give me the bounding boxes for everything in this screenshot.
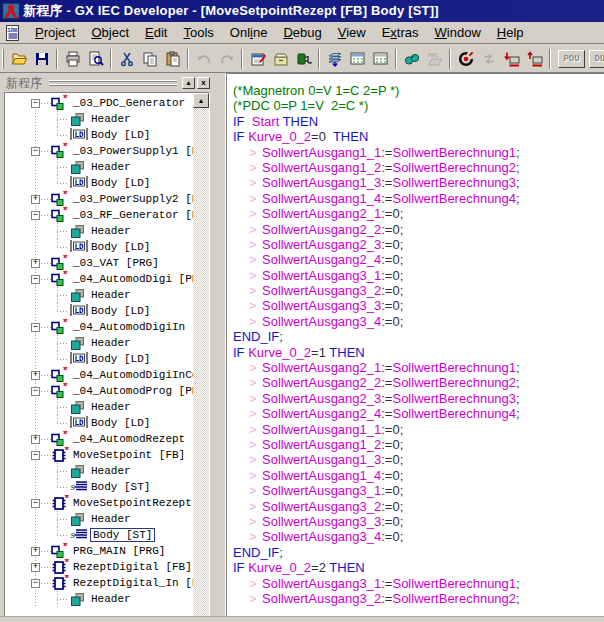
menu-help[interactable]: Help: [489, 23, 532, 42]
dock-minimize-button[interactable]: ▴: [182, 77, 195, 89]
tree-row-label[interactable]: Header: [91, 401, 131, 413]
dock-panel-header[interactable]: 新程序 ▴ x: [2, 75, 210, 91]
tree-row-rezeptdigital-fb[interactable]: +*RezeptDigital [FB]: [5, 559, 193, 575]
code-line[interactable]: >SollwertAusgang3_1:=0;: [233, 483, 520, 498]
tree-row-body-ld[interactable]: LDBody [LD]: [5, 303, 193, 319]
tree-row-label[interactable]: MoveSetpointRezept: [73, 497, 192, 509]
tree-row-header[interactable]: Header: [5, 463, 193, 479]
tree-row-label[interactable]: Header: [91, 289, 131, 301]
code-line[interactable]: >SollwertAusgang1_3:=0;: [233, 452, 520, 467]
tree-row-header[interactable]: Header: [5, 399, 193, 415]
code-line[interactable]: IF Kurve_0_2=2 THEN: [233, 560, 520, 575]
code-line[interactable]: >SollwertAusgang2_2:=0;: [233, 222, 520, 237]
menu-project[interactable]: Project: [27, 23, 83, 42]
expand-toggle-icon[interactable]: +: [31, 195, 40, 204]
tree-row-header[interactable]: Header: [5, 591, 193, 607]
tree-row-label[interactable]: Header: [91, 337, 131, 349]
tree-row-label[interactable]: Body [ST]: [91, 481, 150, 493]
find-monitor-button[interactable]: [400, 48, 423, 70]
menu-view[interactable]: View: [330, 23, 374, 42]
undo-button[interactable]: [192, 48, 215, 70]
tree-row-body-ld[interactable]: LDBody [LD]: [5, 239, 193, 255]
download-project-button[interactable]: [323, 48, 346, 70]
code-line[interactable]: >SollwertAusgang2_3:=SollwertBerechnung3…: [233, 391, 520, 406]
code-line[interactable]: >SollwertAusgang3_1:=SollwertBerechnung1…: [233, 576, 520, 591]
expand-toggle-icon[interactable]: +: [31, 259, 40, 268]
menu-window[interactable]: Window: [427, 23, 489, 42]
code-line[interactable]: >SollwertAusgang3_4:=0;: [233, 314, 520, 329]
tree-row-label[interactable]: Header: [91, 465, 131, 477]
menu-online[interactable]: Online: [222, 23, 276, 42]
tree-row-_03_powersupply1-p[interactable]: −*_03_PowerSupply1 [P: [5, 143, 193, 159]
tree-row-body-st[interactable]: sBody [ST]: [5, 479, 193, 495]
menu-object[interactable]: Object: [83, 23, 137, 42]
code-line[interactable]: >SollwertAusgang3_2:=SollwertBerechnung2…: [233, 591, 520, 606]
tree-vertical-scrollbar[interactable]: ▲: [193, 93, 209, 621]
dut-toolbar-button[interactable]: DUT: [589, 50, 604, 68]
copy-button[interactable]: [138, 48, 161, 70]
tree-row-_04_automodprog-pr[interactable]: −*_04_AutomodProg [PR: [5, 383, 193, 399]
code-line[interactable]: >SollwertAusgang2_3:=0;: [233, 237, 520, 252]
mx-change-button[interactable]: MXC: [423, 48, 446, 70]
tree-row-header[interactable]: Header: [5, 511, 193, 527]
tree-row-_04_automodrezept[interactable]: +*_04_AutomodRezept [: [5, 431, 193, 447]
code-line[interactable]: >SollwertAusgang3_2:=0;: [233, 283, 520, 298]
tree-row-label[interactable]: Header: [91, 225, 131, 237]
code-line[interactable]: END_IF;: [233, 545, 520, 560]
collapse-toggle-icon[interactable]: −: [31, 211, 40, 220]
tree-row-movesetpointrezept[interactable]: −*MoveSetpointRezept: [5, 495, 193, 511]
menu-debug[interactable]: Debug: [275, 23, 329, 42]
open-project-button[interactable]: [7, 48, 30, 70]
tree-row-label[interactable]: _03_VAT [PRG]: [73, 257, 159, 269]
tree-row-label[interactable]: Body [LD]: [91, 177, 150, 189]
code-line[interactable]: >SollwertAusgang1_4:=SollwertBerechnung4…: [233, 191, 520, 206]
code-line[interactable]: >SollwertAusgang1_2:=0;: [233, 437, 520, 452]
tree-row-body-ld[interactable]: LDBody [LD]: [5, 127, 193, 143]
st-document-icon[interactable]: st: [4, 25, 21, 41]
compile-button[interactable]: [454, 48, 477, 70]
expand-toggle-icon[interactable]: +: [31, 563, 40, 572]
collapse-toggle-icon[interactable]: −: [31, 99, 40, 108]
code-line[interactable]: >SollwertAusgang1_4:=0;: [233, 468, 520, 483]
tree-row-prg_main-prg[interactable]: +*PRG_MAIN [PRG]: [5, 543, 193, 559]
tree-row-label[interactable]: Body [LD]: [91, 129, 150, 141]
tree-row-_03_vat-prg[interactable]: +*_03_VAT [PRG]: [5, 255, 193, 271]
tree-row-label[interactable]: Header: [91, 161, 131, 173]
monitor-window-button[interactable]: [346, 48, 369, 70]
code-line[interactable]: >SollwertAusgang3_4:=0;: [233, 529, 520, 544]
panel-splitter[interactable]: [210, 73, 226, 622]
print-preview-button[interactable]: [84, 48, 107, 70]
tree-row-label[interactable]: _04_AutomodProg [PR: [73, 385, 198, 397]
code-line[interactable]: >SollwertAusgang3_3:=0;: [233, 298, 520, 313]
tree-row-body-st[interactable]: sBody [ST]: [5, 527, 193, 543]
code-line[interactable]: >SollwertAusgang3_3:=0;: [233, 514, 520, 529]
collapse-toggle-icon[interactable]: −: [31, 147, 40, 156]
collapse-toggle-icon[interactable]: −: [31, 275, 40, 284]
tree-row-label[interactable]: _03_PDC_Generator [P: [73, 97, 205, 109]
tree-row-header[interactable]: Header: [5, 287, 193, 303]
menu-extras[interactable]: Extras: [374, 23, 427, 42]
dock-drag-grip[interactable]: [49, 80, 177, 87]
redo-button[interactable]: [215, 48, 238, 70]
tree-row-_03_pdc_generator-p[interactable]: −*_03_PDC_Generator [P: [5, 95, 193, 111]
code-line[interactable]: IF Kurve_0_2=1 THEN: [233, 345, 520, 360]
code-line[interactable]: END_IF;: [233, 329, 520, 344]
tree-row-label[interactable]: _04_AutomodDigiInCo: [73, 369, 198, 381]
collapse-toggle-icon[interactable]: −: [31, 499, 40, 508]
toolbar-grip[interactable]: [2, 49, 4, 69]
code-line[interactable]: >SollwertAusgang1_1:=0;: [233, 422, 520, 437]
open-library-button[interactable]: [269, 48, 292, 70]
tree-row-label[interactable]: Body [LD]: [91, 417, 150, 429]
print-button[interactable]: [61, 48, 84, 70]
tree-row-header[interactable]: Header: [5, 159, 193, 175]
tree-row-label[interactable]: PRG_MAIN [PRG]: [73, 545, 165, 557]
tree-row-_03_rf_generator-p[interactable]: −*_03_RF_Generator [P: [5, 207, 193, 223]
upload-plc-button[interactable]: [523, 48, 546, 70]
tree-row-label[interactable]: Body [ST]: [91, 529, 154, 541]
tree-row-_04_automoddigiinco[interactable]: +*_04_AutomodDigiInCo: [5, 367, 193, 383]
code-line[interactable]: >SollwertAusgang1_1:=SollwertBerechnung1…: [233, 145, 520, 160]
code-line[interactable]: >SollwertAusgang2_4:=SollwertBerechnung4…: [233, 406, 520, 421]
tree-row-label[interactable]: _03_RF_Generator [P: [73, 209, 198, 221]
code-line[interactable]: >SollwertAusgang3_2:=0;: [233, 499, 520, 514]
tree-row-label[interactable]: MoveSetpoint [FB]: [73, 449, 185, 461]
